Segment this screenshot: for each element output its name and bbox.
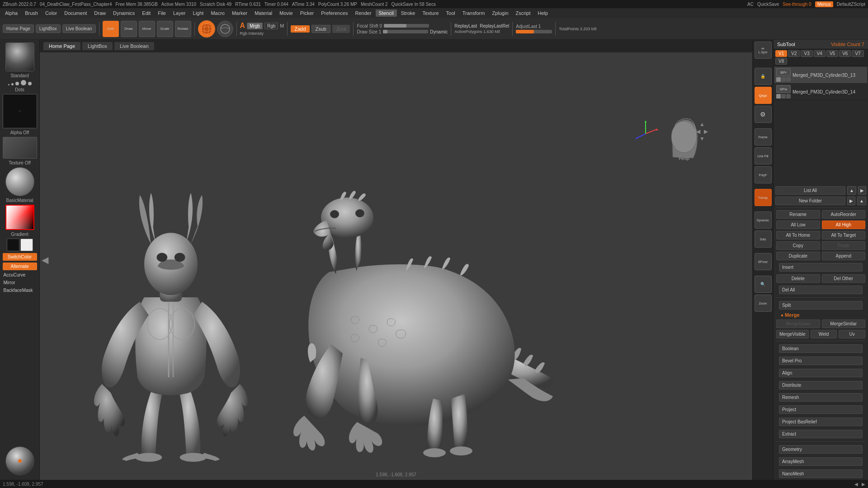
merge-down-btn[interactable]: MergeDown [776, 319, 820, 328]
frame-btn[interactable]: Frame [755, 128, 772, 145]
weld-btn[interactable]: Weld [811, 330, 837, 338]
texture-preview[interactable] [3, 137, 37, 159]
duplicate-btn[interactable]: Duplicate [776, 252, 820, 260]
scale-btn[interactable]: Scale [157, 21, 173, 37]
geometry-btn[interactable]: Geometry [779, 445, 863, 454]
replay-last-btn[interactable]: ReplayLast [454, 23, 477, 28]
folder-up-btn[interactable]: ▲ [857, 197, 866, 205]
menu-stencil[interactable]: Stencil [376, 9, 397, 17]
nav-left-btn[interactable]: ◀ [42, 254, 48, 265]
tab-home-page[interactable]: Home Page [43, 42, 80, 50]
menu-zscript[interactable]: Zscript [513, 9, 534, 17]
a-indicator[interactable]: A [240, 22, 245, 30]
tab-lightbox[interactable]: LightBox [82, 42, 113, 50]
subtool-item-2[interactable]: SPix Merged_PM3D_Cylinder3D_14 [774, 84, 867, 100]
menu-alpha[interactable]: Alpha [2, 9, 21, 17]
align-btn[interactable]: Align [779, 369, 863, 377]
accu-curve-btn[interactable]: AccuCurve [3, 272, 37, 278]
project-btn[interactable]: Project [779, 405, 863, 414]
vtab-v8[interactable]: V8 [775, 58, 787, 65]
sphere-icon-btn[interactable] [198, 20, 215, 38]
insert-btn[interactable]: Insert [779, 263, 863, 272]
remesh-btn[interactable]: Remesh [779, 393, 863, 402]
mrgb-btn[interactable]: Mrgb [247, 23, 263, 29]
menu-light[interactable]: Light [190, 9, 207, 17]
color-picker[interactable] [5, 205, 34, 230]
all-to-target-btn[interactable]: All To Target [822, 231, 866, 239]
vtab-v7[interactable]: V7 [852, 50, 863, 57]
zadd-btn[interactable]: Zadd [291, 25, 309, 33]
menu-dynamics[interactable]: Dynamics [110, 9, 138, 17]
nav-bottom-right[interactable]: ▶ [862, 482, 865, 487]
brush-preview[interactable] [5, 42, 34, 71]
menu-brush[interactable]: Brush [22, 9, 41, 17]
move-btn[interactable]: Move [139, 21, 155, 37]
menu-texture[interactable]: Texture [419, 9, 442, 17]
vtab-v5[interactable]: V5 [826, 50, 838, 57]
copy-btn[interactable]: Copy [776, 241, 820, 250]
menu-draw[interactable]: Draw [91, 9, 109, 17]
floor-icon-btn[interactable] [217, 21, 233, 37]
rename-btn[interactable]: Rename [776, 210, 820, 219]
qxyz-btn[interactable]: Qxyz [755, 87, 772, 104]
menu-macro[interactable]: Macro [208, 9, 228, 17]
draw-btn[interactable]: Draw [121, 21, 137, 37]
lightbox-btn[interactable]: LightBox [36, 24, 61, 33]
list-all-btn[interactable]: List All [775, 186, 845, 195]
menu-color[interactable]: Color [42, 9, 60, 17]
vtab-v6[interactable]: V6 [839, 50, 851, 57]
all-high-btn[interactable]: All High [822, 221, 866, 229]
switch-color-btn[interactable]: SwitchColor [3, 253, 37, 261]
auto-reorder-btn[interactable]: AutoReorder [822, 210, 866, 219]
polyf-btn[interactable]: PolyF [755, 166, 772, 183]
settings-btn[interactable]: ⚙ [755, 106, 772, 123]
zsub-btn[interactable]: Zsub [311, 25, 330, 33]
drawsize-slider[interactable] [383, 30, 428, 33]
append-btn[interactable]: Append [822, 252, 866, 260]
boolean-btn[interactable]: Boolean [779, 344, 863, 353]
nav-down-arrow[interactable]: ▼ [699, 136, 705, 142]
project-bas-relief-btn[interactable]: Project BasRelief [779, 418, 863, 426]
uv-btn[interactable]: Uv [839, 330, 865, 338]
zcut-btn[interactable]: Zcut [332, 25, 350, 33]
mirror-btn[interactable]: Mirror [3, 280, 37, 286]
del-all-btn[interactable]: Del All [779, 286, 863, 294]
brush-dots[interactable] [8, 80, 32, 85]
arrow-up-btn[interactable]: ▲ [847, 186, 856, 195]
subtool-item-1[interactable]: BPr Merged_PM3D_Cylinder3D_13 [774, 67, 867, 84]
default-script[interactable]: DefaultZScript [837, 2, 865, 7]
extract-btn[interactable]: Extract [779, 430, 863, 438]
menu-document[interactable]: Document [61, 9, 90, 17]
vtab-v2[interactable]: V2 [788, 50, 800, 57]
nav-up-arrow[interactable]: ▲ [699, 121, 705, 127]
bevel-pro-btn[interactable]: Bevel Pro [779, 357, 863, 365]
menu-edit[interactable]: Edit [139, 9, 154, 17]
new-folder-btn[interactable]: New Folder [775, 197, 845, 205]
lock-btn[interactable]: 🔒 [755, 68, 772, 85]
adjust-slider[interactable] [516, 30, 552, 33]
home-page-btn[interactable]: Home Page [3, 24, 34, 33]
solo-btn[interactable]: Solo [755, 230, 772, 248]
focal-slider[interactable] [384, 24, 429, 28]
transp-btn[interactable]: Transp [755, 189, 772, 206]
menu-help[interactable]: Help [535, 9, 552, 17]
nav-left-arrow[interactable]: ◀ [696, 128, 700, 135]
menus-btn[interactable]: Menus [815, 1, 833, 7]
menu-picker[interactable]: Picker [297, 9, 317, 17]
merge-similar-btn[interactable]: MergeSimilar [822, 319, 866, 328]
search-btn[interactable]: 🔍 [755, 276, 772, 293]
menu-render[interactable]: Render [352, 9, 375, 17]
vtab-v1[interactable]: V1 [775, 50, 787, 57]
del-other-btn[interactable]: Del Other [822, 274, 866, 283]
menu-material[interactable]: Material [251, 9, 275, 17]
menu-marker[interactable]: Marker [229, 9, 250, 17]
distribute-btn[interactable]: Distribute [779, 381, 863, 389]
all-to-home-btn[interactable]: All To Home [776, 231, 820, 239]
quicksave-btn[interactable]: QuickSave [757, 2, 779, 7]
vtab-v3[interactable]: V3 [801, 50, 812, 57]
material-ball[interactable] [5, 167, 34, 196]
menu-movie[interactable]: Movie [276, 9, 296, 17]
tab-live-boolean[interactable]: Live Boolean [114, 42, 154, 50]
split-btn[interactable]: Split [779, 301, 863, 310]
rgb-btn[interactable]: Rgb [264, 23, 278, 29]
